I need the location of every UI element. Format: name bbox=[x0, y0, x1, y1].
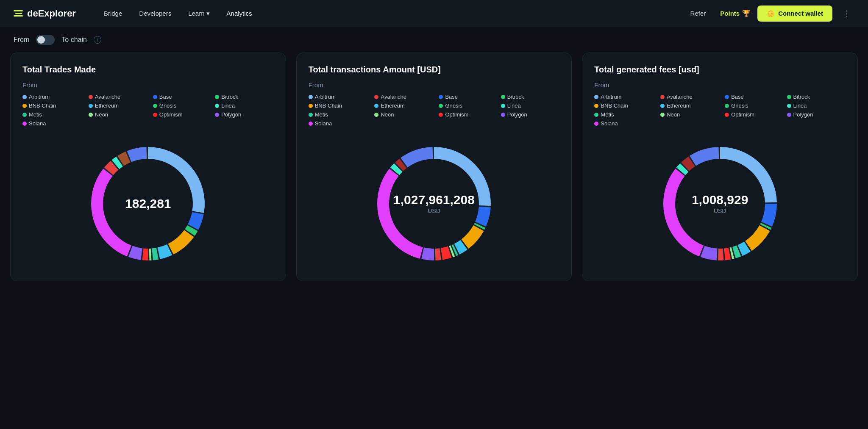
cards-grid: Total Trades Made From Arbitrum Avalanch… bbox=[0, 53, 868, 295]
legend-dot bbox=[439, 113, 443, 117]
legend-item: Base bbox=[153, 94, 215, 100]
legend-dot bbox=[153, 95, 157, 99]
legend-label: Gnosis bbox=[731, 102, 748, 109]
nav-developers[interactable]: Developers bbox=[131, 6, 179, 20]
legend-label: Bitrock bbox=[793, 94, 810, 100]
legend-label: Linea bbox=[221, 102, 235, 109]
legend-label: Optimism bbox=[731, 111, 754, 118]
legend-dot bbox=[660, 113, 665, 117]
legend-label: Solana bbox=[315, 120, 332, 127]
card-1: Total transactions Amount [USD] From Arb… bbox=[296, 53, 572, 281]
legend-item: Avalanche bbox=[89, 94, 153, 100]
legend-label: Metis bbox=[29, 111, 42, 118]
filter-bar: From To chain i bbox=[0, 27, 868, 53]
legend-label: Neon bbox=[95, 111, 108, 118]
donut-wrapper: 1,027,961,208 USD bbox=[370, 140, 498, 267]
legend-label: Ethereum bbox=[95, 102, 119, 109]
legend-dot bbox=[153, 104, 157, 108]
from-label: From bbox=[14, 36, 29, 44]
legend-dot bbox=[215, 104, 219, 108]
legend-dot bbox=[501, 113, 505, 117]
legend-item: Bitrock bbox=[787, 94, 846, 100]
legend-dot bbox=[594, 95, 598, 99]
nav-analytics[interactable]: Analytics bbox=[219, 6, 260, 20]
donut-value: 182,281 bbox=[125, 197, 171, 210]
info-icon[interactable]: i bbox=[94, 36, 101, 44]
legend-item: Solana bbox=[22, 120, 89, 127]
legend-dot bbox=[725, 113, 729, 117]
legend-dot bbox=[89, 95, 93, 99]
legend-item: Arbitrum bbox=[594, 94, 660, 100]
legend-dot bbox=[22, 113, 27, 117]
legend-dot bbox=[215, 113, 219, 117]
refer-link[interactable]: Refer bbox=[683, 6, 714, 20]
legend-label: Arbitrum bbox=[601, 94, 621, 100]
donut-container: 182,281 bbox=[22, 133, 274, 271]
legend-label: Metis bbox=[315, 111, 328, 118]
card-from-label: From bbox=[22, 81, 274, 89]
wallet-icon: 🪙 bbox=[767, 10, 775, 17]
legend-item: Gnosis bbox=[439, 102, 501, 109]
legend-item: Ethereum bbox=[660, 102, 725, 109]
donut-center: 182,281 bbox=[125, 197, 171, 211]
legend-label: Linea bbox=[507, 102, 521, 109]
more-options-button[interactable]: ⋮ bbox=[839, 7, 854, 20]
legend-label: Avalanche bbox=[667, 94, 692, 100]
nav-bridge[interactable]: Bridge bbox=[96, 6, 130, 20]
legend-dot bbox=[787, 95, 791, 99]
legend-label: Base bbox=[159, 94, 172, 100]
legend-dot bbox=[309, 122, 313, 126]
legend-label: Gnosis bbox=[159, 102, 176, 109]
legend-item: Metis bbox=[22, 111, 89, 118]
legend-label: Neon bbox=[381, 111, 394, 118]
legend-label: Arbitrum bbox=[315, 94, 336, 100]
legend-dot bbox=[787, 104, 791, 108]
connect-wallet-button[interactable]: 🪙 Connect wallet bbox=[757, 6, 832, 22]
donut-wrapper: 182,281 bbox=[84, 140, 211, 267]
nav-learn[interactable]: Learn ▾ bbox=[181, 6, 217, 21]
points-link[interactable]: Points 🏆 bbox=[720, 9, 751, 17]
legend-label: BNB Chain bbox=[29, 102, 56, 109]
legend-label: Base bbox=[731, 94, 744, 100]
legend-grid: Arbitrum Avalanche Base Bitrock BNB Chai… bbox=[309, 94, 560, 127]
legend-item: Solana bbox=[309, 120, 375, 127]
legend-item: Avalanche bbox=[374, 94, 439, 100]
legend-item: BNB Chain bbox=[594, 102, 660, 109]
legend-label: Neon bbox=[667, 111, 680, 118]
legend-label: Avalanche bbox=[381, 94, 406, 100]
legend-dot bbox=[439, 95, 443, 99]
legend-dot bbox=[22, 95, 27, 99]
card-from-label: From bbox=[594, 81, 846, 89]
legend-label: Solana bbox=[29, 120, 46, 127]
donut-container: 1,027,961,208 USD bbox=[309, 133, 560, 271]
legend-label: Polygon bbox=[221, 111, 241, 118]
legend-item: Neon bbox=[660, 111, 725, 118]
card-0: Total Trades Made From Arbitrum Avalanch… bbox=[10, 53, 286, 281]
trophy-icon: 🏆 bbox=[742, 9, 751, 17]
legend-item: Bitrock bbox=[501, 94, 559, 100]
legend-item: Neon bbox=[374, 111, 439, 118]
legend-label: Gnosis bbox=[445, 102, 462, 109]
donut-container: 1,008,929 USD bbox=[594, 133, 846, 271]
legend-item: Solana bbox=[594, 120, 660, 127]
main-nav: Bridge Developers Learn ▾ Analytics bbox=[96, 6, 669, 21]
donut-value: 1,008,929 bbox=[692, 193, 748, 207]
legend-item: Gnosis bbox=[725, 102, 787, 109]
legend-label: Ethereum bbox=[381, 102, 404, 109]
legend-dot bbox=[309, 113, 313, 117]
donut-value: 1,027,961,208 bbox=[393, 193, 475, 207]
legend-grid: Arbitrum Avalanche Base Bitrock BNB Chai… bbox=[22, 94, 274, 127]
donut-wrapper: 1,008,929 USD bbox=[657, 140, 784, 267]
legend-dot bbox=[787, 113, 791, 117]
header-right: Refer Points 🏆 🪙 Connect wallet ⋮ bbox=[683, 6, 854, 22]
legend-label: Bitrock bbox=[507, 94, 524, 100]
legend-item: Polygon bbox=[787, 111, 846, 118]
legend-item: Metis bbox=[594, 111, 660, 118]
legend-label: Polygon bbox=[793, 111, 813, 118]
legend-dot bbox=[153, 113, 157, 117]
legend-item: Polygon bbox=[501, 111, 559, 118]
from-to-toggle[interactable] bbox=[36, 35, 55, 45]
logo[interactable]: deExplorer bbox=[14, 8, 76, 19]
legend-dot bbox=[594, 122, 598, 126]
legend-dot bbox=[215, 95, 219, 99]
